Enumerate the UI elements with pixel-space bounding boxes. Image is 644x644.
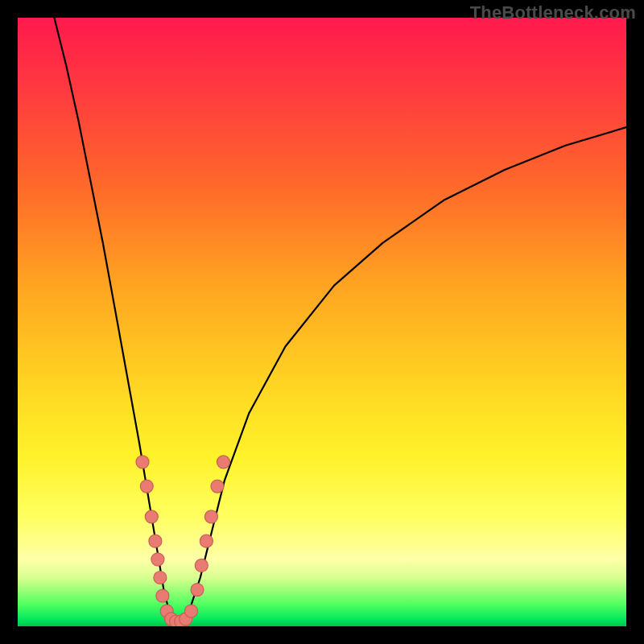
data-point xyxy=(185,605,198,617)
data-point xyxy=(145,510,158,523)
watermark-text: TheBottleneck.com xyxy=(470,2,636,23)
data-point xyxy=(204,510,217,523)
plot-area xyxy=(18,18,626,626)
chart-frame: TheBottleneck.com xyxy=(0,0,644,644)
data-point xyxy=(149,535,162,547)
data-point xyxy=(136,456,149,469)
data-points-group xyxy=(136,456,230,626)
data-point xyxy=(191,584,204,597)
data-point xyxy=(154,572,167,584)
data-point xyxy=(217,456,230,469)
data-point xyxy=(200,535,213,547)
data-point xyxy=(195,559,208,572)
data-point xyxy=(211,480,224,493)
bottleneck-curve xyxy=(18,18,626,626)
data-point xyxy=(140,480,153,493)
curve-path xyxy=(54,18,626,626)
data-point xyxy=(151,553,164,566)
data-point xyxy=(156,589,169,602)
